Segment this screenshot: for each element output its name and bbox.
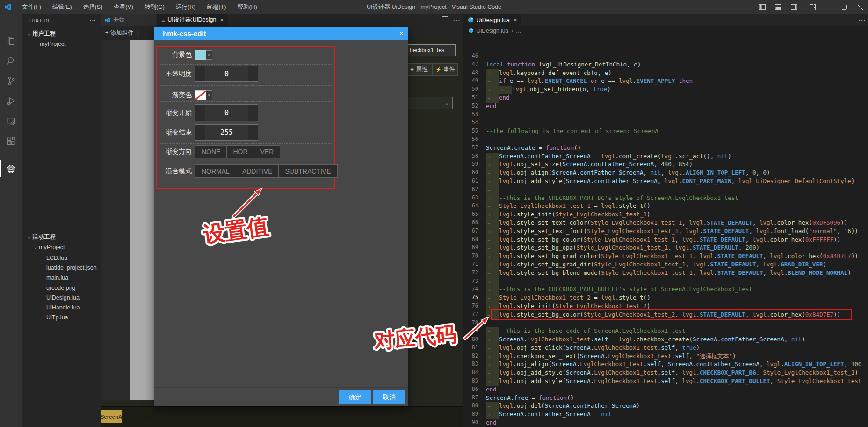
search-icon[interactable] bbox=[0, 52, 22, 70]
code-line[interactable]: 59→lvgl.obj_set_size(ScreenA.contFather_… bbox=[463, 160, 868, 169]
property-dropdown[interactable]: ⌄ bbox=[408, 97, 453, 109]
ok-button[interactable]: 确定 bbox=[339, 390, 371, 404]
code-line[interactable]: 74→--This is the CHECKBOX_PART_BULLET's … bbox=[463, 285, 868, 294]
tab-start[interactable]: 开始 bbox=[101, 14, 156, 26]
add-component-button[interactable]: + 添加组件 bbox=[105, 29, 134, 37]
code-line[interactable]: 50→→lvgl.obj_set_hidden(o, true) bbox=[463, 85, 868, 94]
line-number[interactable]: 68 bbox=[463, 236, 486, 244]
line-number[interactable]: 72 bbox=[463, 269, 486, 277]
code-line[interactable]: 48→lvgl.keyboard_def_event_cb(o, e) bbox=[463, 69, 868, 77]
code-line[interactable]: 57ScreenA.create = function() bbox=[463, 144, 868, 152]
line-number[interactable]: 69 bbox=[463, 243, 486, 252]
code-line[interactable]: 90end bbox=[463, 419, 868, 427]
cancel-button[interactable]: 取消 bbox=[373, 390, 405, 404]
option-subtractive[interactable]: SUBTRACTIVE bbox=[279, 165, 337, 177]
line-number[interactable]: 52 bbox=[463, 102, 486, 110]
line-number[interactable]: 75 bbox=[463, 294, 486, 302]
code-line[interactable]: 89→ScreenA.contFather_ScreenA = nil bbox=[463, 410, 868, 419]
line-number[interactable]: 46 bbox=[463, 52, 486, 60]
source-control-icon[interactable] bbox=[0, 72, 22, 90]
layout-panel-icon[interactable] bbox=[770, 0, 786, 14]
code-line[interactable]: 84→lvgl.obj_add_style(ScreenA.LvglCheckb… bbox=[463, 368, 868, 377]
section-user-project[interactable]: ⌄用户工程 bbox=[22, 29, 104, 39]
dialog-close-icon[interactable]: × bbox=[399, 27, 404, 40]
menu-item[interactable]: 转到(G) bbox=[139, 0, 170, 14]
code-line[interactable]: 72→lvgl.style_set_bg_blend_mode(Style_Lv… bbox=[463, 269, 868, 277]
bg-color-swatch[interactable] bbox=[195, 50, 206, 60]
code-line[interactable]: 77→lvgl.style_set_bg_color(Style_LvglChe… bbox=[463, 310, 868, 319]
tab-uidesign-lua[interactable]: UiDesign.lua × bbox=[463, 14, 521, 26]
line-number[interactable]: 48 bbox=[463, 69, 486, 77]
customize-layout-icon[interactable] bbox=[804, 0, 820, 14]
line-number[interactable]: 61 bbox=[463, 177, 486, 185]
code-line[interactable]: 53 bbox=[463, 110, 868, 119]
code-line[interactable]: 88→lvgl.obj_del(ScreenA.contFather_Scree… bbox=[463, 402, 868, 410]
line-number[interactable]: 78 bbox=[463, 319, 486, 327]
line-number[interactable]: 86 bbox=[463, 385, 486, 394]
minus-button[interactable]: − bbox=[195, 125, 205, 140]
line-number[interactable]: 65 bbox=[463, 210, 486, 219]
code-line[interactable]: 80→ScreenA.LvglCheckbox1_test.self = lvg… bbox=[463, 335, 868, 344]
code-line[interactable]: 76→lvgl.style_init(Style_LvglCheckbox1_t… bbox=[463, 302, 868, 310]
code-line[interactable]: 58→ScreenA.contFather_ScreenA = lvgl.con… bbox=[463, 152, 868, 161]
tab-events[interactable]: ⚡ 事件 bbox=[433, 63, 458, 76]
line-number[interactable]: 79 bbox=[463, 327, 486, 335]
code-line[interactable]: 56--------------------------------------… bbox=[463, 135, 868, 144]
code-line[interactable]: 75→Style_LvglCheckbox1_test_2 = lvgl.sty… bbox=[463, 294, 868, 302]
line-number[interactable]: 80 bbox=[463, 335, 486, 344]
option-additive[interactable]: ADDITIVE bbox=[236, 165, 279, 177]
tab-properties[interactable]: ❖ 属性 bbox=[405, 63, 433, 76]
breadcrumb[interactable]: UiDesign.lua › … bbox=[463, 26, 868, 36]
line-number[interactable]: 77 bbox=[463, 310, 486, 319]
line-number[interactable]: 63 bbox=[463, 194, 486, 202]
line-number[interactable]: 49 bbox=[463, 77, 486, 85]
line-number[interactable]: 73 bbox=[463, 277, 486, 286]
line-number[interactable]: 57 bbox=[463, 144, 486, 152]
menu-item[interactable]: 帮助(H) bbox=[231, 0, 262, 14]
code-line[interactable]: 68→lvgl.style_set_bg_color(Style_LvglChe… bbox=[463, 236, 868, 244]
code-line[interactable]: 85→lvgl.obj_add_style(ScreenA.LvglCheckb… bbox=[463, 377, 868, 385]
option-normal[interactable]: NORMAL bbox=[195, 165, 236, 177]
line-number[interactable]: 67 bbox=[463, 227, 486, 236]
line-number[interactable]: 62 bbox=[463, 185, 486, 194]
code-line[interactable]: 61→lvgl.obj_add_style(ScreenA.contFather… bbox=[463, 177, 868, 185]
line-number[interactable]: 71 bbox=[463, 260, 486, 269]
code-line[interactable]: 66→lvgl.style_set_text_color(Style_LvglC… bbox=[463, 219, 868, 227]
line-number[interactable]: 84 bbox=[463, 368, 486, 377]
menu-item[interactable]: 选择(S) bbox=[78, 0, 108, 14]
line-number[interactable]: 90 bbox=[463, 419, 486, 427]
line-number[interactable]: 51 bbox=[463, 94, 486, 102]
line-number[interactable]: 50 bbox=[463, 85, 486, 94]
code-line[interactable]: 64→Style_LvglCheckbox1_test_1 = lvgl.sty… bbox=[463, 202, 868, 210]
code-line[interactable]: 86end bbox=[463, 385, 868, 394]
plus-button[interactable]: + bbox=[248, 105, 258, 121]
sidebar-more-icon[interactable]: ··· bbox=[89, 16, 96, 23]
menu-item[interactable]: 文件(F) bbox=[16, 0, 47, 14]
grad-color-swatch[interactable] bbox=[195, 90, 206, 100]
tree-item-active-myproject[interactable]: ⌄myProject bbox=[22, 243, 111, 252]
code-line[interactable]: 73→ bbox=[463, 277, 868, 286]
code-line[interactable]: 87ScreenA.free = function() bbox=[463, 394, 868, 402]
code-line[interactable]: 78 bbox=[463, 319, 868, 327]
code-area[interactable]: 4647local function lvgl_UiDesigner_DefIn… bbox=[463, 36, 868, 427]
option-hor[interactable]: HOR bbox=[227, 146, 254, 158]
layout-sidebar-icon[interactable] bbox=[754, 0, 770, 14]
line-number[interactable]: 89 bbox=[463, 410, 486, 419]
split-editor-icon[interactable] bbox=[442, 16, 448, 24]
line-number[interactable]: 55 bbox=[463, 127, 486, 135]
clear-color-button[interactable]: × bbox=[206, 50, 212, 60]
screen-tab-screena[interactable]: ScreenA bbox=[101, 410, 122, 423]
grad-end-value[interactable]: 255 bbox=[205, 125, 248, 140]
line-number[interactable]: 83 bbox=[463, 360, 486, 368]
code-line[interactable]: 62→ bbox=[463, 185, 868, 194]
code-line[interactable]: 70→lvgl.style_set_bg_grad_color(Style_Lv… bbox=[463, 252, 868, 260]
option-none[interactable]: NONE bbox=[195, 146, 227, 158]
section-active-project[interactable]: ⌄活动工程 bbox=[22, 232, 104, 242]
line-number[interactable]: 85 bbox=[463, 377, 486, 385]
code-line[interactable]: 82→lvgl.checkbox_set_text(ScreenA.LvglCh… bbox=[463, 352, 868, 361]
extensions-icon[interactable] bbox=[0, 132, 22, 151]
option-ver[interactable]: VER bbox=[254, 146, 280, 158]
dialog-titlebar[interactable]: hmk-css-edit bbox=[154, 27, 408, 40]
line-number[interactable]: 47 bbox=[463, 60, 486, 69]
menu-item[interactable]: 编辑(E) bbox=[47, 0, 78, 14]
